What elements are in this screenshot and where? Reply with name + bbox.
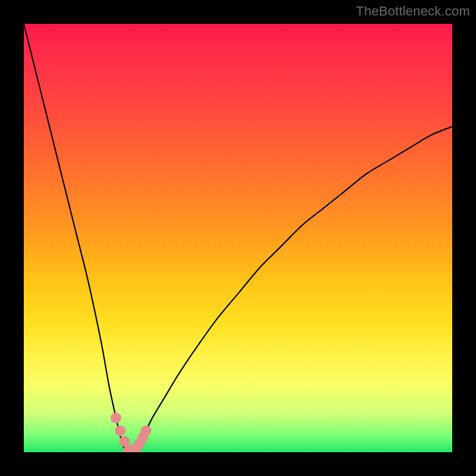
plot-area bbox=[24, 24, 452, 452]
watermark-text: TheBottleneck.com bbox=[356, 4, 470, 19]
valley-dots bbox=[111, 412, 151, 452]
valley-dot bbox=[111, 412, 121, 423]
bottleneck-curve bbox=[24, 24, 452, 452]
chart-frame: TheBottleneck.com bbox=[0, 0, 476, 476]
valley-dot bbox=[115, 425, 126, 436]
chart-svg bbox=[24, 24, 452, 452]
valley-dot bbox=[140, 425, 151, 436]
